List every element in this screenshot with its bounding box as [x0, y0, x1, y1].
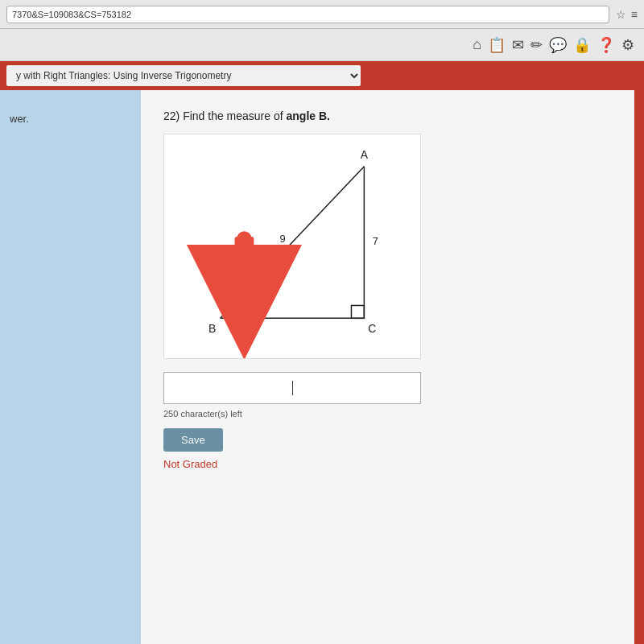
- svg-text:7: 7: [373, 235, 378, 247]
- question-number: 22): [163, 109, 180, 122]
- browser-chrome: 7370&S=109083&CS=753182 ☆ ≡: [0, 0, 644, 29]
- nav-bar: y with Right Triangles: Using Inverse Tr…: [0, 61, 644, 90]
- help-icon[interactable]: ❓: [597, 36, 615, 54]
- question-instruction: Find the measure of: [183, 109, 286, 122]
- grade-status: Not Graded: [163, 458, 612, 470]
- lock-icon[interactable]: 🔒: [573, 36, 591, 54]
- right-edge: [634, 90, 644, 644]
- save-button[interactable]: Save: [163, 428, 223, 452]
- triangle-svg: A B C 9 7 ?: [164, 134, 420, 358]
- menu-icon[interactable]: ≡: [631, 8, 638, 21]
- settings-icon[interactable]: ⚙: [621, 36, 634, 54]
- svg-rect-12: [235, 237, 254, 294]
- svg-marker-13: [222, 299, 267, 327]
- svg-text:9: 9: [279, 233, 285, 245]
- svg-text:B: B: [208, 322, 216, 335]
- star-icon[interactable]: ☆: [616, 8, 626, 21]
- home-icon[interactable]: ⌂: [473, 36, 481, 53]
- url-bar[interactable]: 7370&S=109083&CS=753182: [6, 6, 609, 23]
- question-bold: angle B.: [287, 109, 330, 122]
- browser-icons: ☆ ≡: [616, 8, 638, 21]
- text-cursor: [292, 381, 293, 395]
- sidebar-answer-label: wer.: [0, 106, 141, 131]
- question-text: 22) Find the measure of angle B.: [163, 109, 612, 122]
- chars-left-label: 250 character(s) left: [163, 409, 612, 419]
- lesson-dropdown[interactable]: y with Right Triangles: Using Inverse Tr…: [6, 65, 361, 86]
- svg-rect-3: [351, 305, 364, 318]
- toolbar: ⌂ 📋 ✉ ✏ 💬 🔒 ❓ ⚙: [0, 29, 644, 61]
- main-layout: wer. 22) Find the measure of angle B. A …: [0, 90, 644, 644]
- url-text: 7370&S=109083&CS=753182: [12, 10, 131, 19]
- triangle-diagram: A B C 9 7 ?: [163, 134, 421, 359]
- edit-icon[interactable]: ✏: [530, 36, 543, 54]
- content-area: 22) Find the measure of angle B. A B C: [141, 90, 634, 644]
- svg-text:C: C: [368, 322, 376, 335]
- answer-input[interactable]: [163, 372, 421, 404]
- comment-icon[interactable]: 💬: [549, 36, 567, 54]
- mail-icon[interactable]: ✉: [512, 36, 524, 54]
- svg-text:A: A: [361, 148, 369, 161]
- left-sidebar: wer.: [0, 90, 141, 644]
- document-icon[interactable]: 📋: [488, 36, 506, 54]
